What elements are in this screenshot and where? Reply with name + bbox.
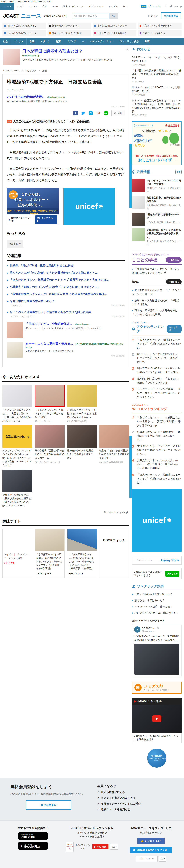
signup-button[interactable]: 新規会員登録 bbox=[26, 800, 71, 810]
related-sponsored-link[interactable]: ▶母「このシミは無理でしょ」半信半疑であるコスメを試した結果 プレミアアンチエイ… bbox=[7, 310, 125, 318]
featured-item[interactable]: 商品自主回収、無償部品交換のお知らせ対象製品のご確認をお願い致します bbox=[132, 196, 182, 210]
skyscraper-ad-strip[interactable] bbox=[129, 144, 131, 208]
memorial-item[interactable]: ▶茂木健一郎が堺屋太一さん死去を悼む 「この方こそ知の北極星」 bbox=[132, 309, 182, 316]
globalsign-badge[interactable]: GlobalSign このサイトは常時SSL化されています bbox=[147, 749, 166, 768]
tab-chinese[interactable]: 中文 bbox=[120, 3, 129, 10]
topic-chip[interactable]: 教科書の素敵なバリアフリー bbox=[93, 23, 136, 29]
ntt-cta-button[interactable]: 詳しくはこちら ▶ bbox=[35, 215, 57, 224]
recommend-card[interactable]: 普通と逆の出会いで オンラインゲームでつながるイマドキの出会い 恋愛、結婚に進む… bbox=[2, 425, 32, 467]
sister-card-toidas[interactable]: トイダス｜「ヤンデレ」「メンヘラ」診断 ♥トイダス bbox=[2, 529, 32, 578]
twitter-share-icon[interactable] bbox=[81, 111, 85, 116]
skyscraper-ad-strip[interactable] bbox=[129, 436, 131, 498]
tab-news[interactable]: ニュース bbox=[0, 3, 14, 10]
poll-item[interactable]: ▶キャッシュレス決済、使ってる？ bbox=[132, 604, 182, 609]
breadcrumb-home[interactable]: J-CASTニュース bbox=[3, 69, 20, 72]
topic-chip[interactable]: 写真はイケメン中身デタラメ bbox=[138, 23, 182, 29]
recommend-ad-card[interactable]: 強烈な「口臭」を歯科医が勧める裏技で0に？簡単すぎて炎上中！ AD（ANYSEN… bbox=[99, 425, 129, 467]
topic-chip[interactable]: 大らかな先輩の辛いニュース bbox=[2, 30, 46, 36]
gplus-icon[interactable]: G+ bbox=[174, 4, 178, 8]
notice-item[interactable]: NHKスペシャルに「J-CASTニュース」が取材協力しました 2019/1/14… bbox=[132, 86, 182, 96]
aging-style-banner[interactable]: エイジングスタイル Aging Style bbox=[132, 556, 182, 564]
inline-text-ad[interactable]: γ-GTPやALTの数値が改善... - shop.kagome.co.jp γ… bbox=[7, 95, 125, 103]
twitter-follow-button[interactable]: @jcast_newsさんをフォロー bbox=[130, 847, 172, 854]
recommend-ad-card[interactable]: 高卒会社員「英語は7日で話せるよ」7日で英語が話せるスマホゲーム AD（おうちホ… bbox=[35, 425, 65, 467]
topic-chip[interactable]: 誕生日に妻と母バチバチ対決 bbox=[48, 30, 91, 36]
facebook-icon[interactable]: f bbox=[164, 4, 168, 8]
cat-politics[interactable]: 政治 bbox=[27, 38, 37, 45]
search-button[interactable] bbox=[109, 13, 118, 19]
notice-item[interactable]: 「古地図」から読み解く歴史とドラマ！ 解説&クイズで楽しむ東洋文庫新連載第6回更… bbox=[132, 69, 182, 83]
twitter-icon[interactable] bbox=[169, 4, 173, 8]
site-logo[interactable]: JCAST ニュース bbox=[3, 12, 41, 20]
tab-trend[interactable]: トレンド bbox=[26, 3, 40, 10]
related-link[interactable]: ▶「喫煙者は採用しません」とIT企業社長が宣言 これは差別?厚労省の見解は... bbox=[7, 292, 125, 296]
cat-video[interactable]: 動画 bbox=[142, 38, 153, 45]
appstore-badge[interactable]: Download on theApp Store bbox=[18, 832, 48, 840]
featured-item[interactable]: 夫婦の葛藤、親としての気持ちや思考の変化の過程を読み解く。２つの夫婦・親子をめぐ… bbox=[132, 228, 182, 246]
search-input[interactable]: Google カスタム検索 bbox=[73, 13, 109, 19]
tab-book[interactable]: BOOK bbox=[49, 3, 61, 10]
unicef-sidebar-ad[interactable]: unicef❀ bbox=[132, 489, 182, 552]
cat-it[interactable]: IT bbox=[79, 38, 88, 45]
print-button[interactable]: 印刷 bbox=[112, 110, 125, 116]
related-text-ad[interactable]: え〜〜！こんなに家が高く売れる... - xn--y8j2fg4a0245ak8… bbox=[7, 342, 125, 358]
mhlw-ad[interactable]: 就職・転職のこと ☗ 厚生労働省 ＼ 話せば、カワル ／ 転職の 相談相手が カ… bbox=[132, 121, 182, 165]
school-list-button[interactable]: 一覧を見る bbox=[166, 257, 182, 262]
cat-society[interactable]: 社会 bbox=[0, 38, 11, 45]
login-link[interactable]: ログイン bbox=[148, 14, 158, 18]
line-add-friend-button[interactable]: 友だち追加 bbox=[165, 571, 179, 577]
poll-item[interactable]: ▶バレンタインのチョコ、誰にあげる？ bbox=[132, 611, 182, 615]
tweet-card[interactable]: J J-CASTニュース @jcast_news 菅官房長官がうっかり本音？ 東… bbox=[132, 624, 182, 677]
pr-link[interactable]: PR! 人気店や企業から非公開の招待状をもらおう！レポハピ会員登録 bbox=[7, 120, 125, 123]
ranking-item[interactable]: 4張本勲、関口宏に喝！ 「あっぱれ」強要に「やめてくださいよ」 bbox=[132, 377, 182, 384]
poll-item[interactable]: ▶「嵐」の活動休止発表、驚いた？ bbox=[132, 592, 182, 596]
access-more-button[interactable]: もっと見る bbox=[166, 325, 182, 333]
hatena-share-icon[interactable]: B! bbox=[89, 111, 93, 116]
cat-poll[interactable]: ワンクリック投票 bbox=[117, 38, 142, 45]
googleplay-badge[interactable]: ▷ GET IT ONGoogle Play bbox=[18, 842, 48, 849]
breadcrumb-topics[interactable]: トピックス bbox=[25, 69, 36, 72]
recommend-ad-card[interactable]: 「イボちぎらないで、これ塗って！」家で簡単にとれると話題に AD（チュラコス） bbox=[35, 385, 65, 423]
ranking-item[interactable]: 5「盗人たけだけしい」韓国議長のヒートアップ 時系列でたどると見えるのは... bbox=[132, 473, 182, 484]
related-link[interactable]: ▶日銀券、3月は3.7%増 銀行の預金引き出しに備え bbox=[7, 264, 125, 268]
facebook-like-button[interactable]: 👍いいね！ 1.8万 bbox=[137, 838, 164, 844]
cat-sports[interactable]: スポーツ bbox=[37, 38, 53, 45]
youtube-subscribe-button[interactable]: ▶YouTube bbox=[92, 844, 109, 849]
related-link[interactable]: ▶堀ちえみさんが「がん診断」をうけた日 当時のブログを読み直すと... bbox=[7, 271, 125, 275]
featured-item[interactable]: バレンタインジャンボ 2月22日（金）まで発売！24時間どこでもカードで購入でき… bbox=[132, 179, 182, 193]
notice-item[interactable]: J-CASTニュースに「スポーツ」カテゴリを新設しました 2019/2/14更新 bbox=[132, 56, 182, 66]
featured-item[interactable]: "働き方改革"で離職率が8.8%に！はるやまHDの執行役員に聞いた bbox=[132, 213, 182, 225]
tab-bargain[interactable]: 東京バーゲンマニア bbox=[61, 3, 86, 10]
related-text-ad[interactable]: 「厄介なシミが...」全額返金保証... - chocolat-g.com 泥の… bbox=[7, 322, 125, 338]
tab-company[interactable]: 会社 bbox=[40, 3, 49, 10]
cat-health[interactable]: ヘルス&ビューティー bbox=[88, 38, 117, 45]
notice-item[interactable]: 南キャン・山里亮太が取材する「ネットニュースの明日(あした)」 日本と地震、切っ… bbox=[132, 99, 182, 117]
school-item[interactable]: ▶「無期転換ルール」、新たな「働き方」は軌道に乗っていますか？ bbox=[132, 267, 182, 275]
ranking-item[interactable]: 5シャウエッセンが「レンジ解禁」 時短ニーズ受け「急な手の平返しを、お許しくださ… bbox=[132, 387, 182, 399]
ntt-banner-ad[interactable]: 省エネ・創エネ これからは、 ゼロ・エネルギー・ ビルの時代へ。 設計、コンサル… bbox=[7, 188, 59, 225]
ranking-item[interactable]: 3剛力彩芽を追い込んだ「大先輩」たち 外野のインスタ批判に「すごく醜い」 bbox=[132, 366, 182, 374]
ranking-item[interactable]: 2韓国メディアも「明らかな失策だ」 レーダー照射、見えてきた「落ち度」の正体 bbox=[132, 352, 182, 364]
gplus-follow-button[interactable]: G+フォロー bbox=[136, 856, 158, 862]
tag-chip-boj[interactable]: #日本銀行 bbox=[7, 240, 24, 248]
sister-card-bookwatch[interactable]: BOOKウォッチ bbox=[99, 529, 129, 578]
ad-title[interactable]: 日本が韓国に謝罪する理由とは？ bbox=[22, 49, 112, 54]
recommend-card[interactable]: 望月衣塑子記者の質問に、菅長官が語気強めた瞬間 会見場で何が起きていたのか：J-… bbox=[2, 470, 32, 508]
url-bar[interactable]: https://www.j-cast.com/2011/04/11092738.… bbox=[0, 0, 184, 3]
topic-chip[interactable]: ニトリアプリの使える機能？ bbox=[93, 30, 136, 36]
unicef-banner-ad[interactable]: unicef❀ bbox=[63, 188, 115, 225]
ranking-item[interactable]: 4共産党公式「本当にこの人でよいのか？」 桜田五輪相の「池江がっかり」発言に批判… bbox=[132, 459, 182, 470]
fumidas-banner[interactable]: 郎 フミダス郎 各号テーマに合わせて連載中 bbox=[132, 682, 182, 693]
topic-chip[interactable]: 口内炎と舌がんどう見分ける bbox=[2, 23, 46, 29]
member-service-link[interactable]: NEW 会員サービス bbox=[139, 3, 163, 10]
sister-card-jtown[interactable]: 「『内装工事がうるさい』怒鳴り込んできた奥さんに部屋の中を見せたら...そんなバ… bbox=[67, 529, 97, 578]
cat-entame[interactable]: エンタメ bbox=[11, 38, 27, 45]
register-button[interactable]: 無料会員登録 bbox=[161, 12, 181, 20]
tab-tv[interactable]: テレビ bbox=[14, 3, 26, 10]
memorial-list-button[interactable]: 一覧を見る bbox=[166, 279, 182, 284]
poll-item[interactable]: ▶恵方巻き、今年は食べた？ bbox=[132, 598, 182, 602]
ad-info-icon[interactable]: i bbox=[126, 48, 129, 51]
video-thumbnail[interactable] bbox=[132, 705, 182, 733]
tab-jtown[interactable]: Jタウンネット bbox=[86, 3, 106, 10]
breadcrumb-economy[interactable]: 経済 bbox=[42, 69, 47, 72]
